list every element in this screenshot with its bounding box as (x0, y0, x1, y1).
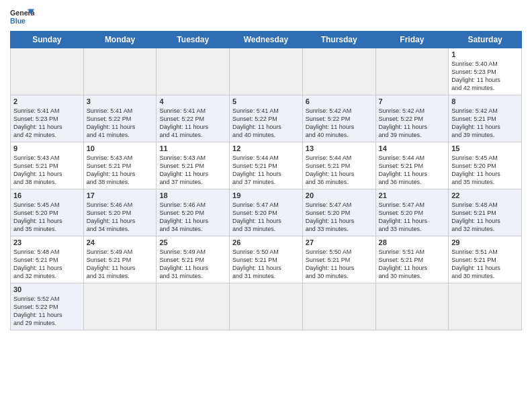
day-number: 9 (13, 144, 81, 152)
day-info: Sunrise: 5:51 AM Sunset: 5:21 PM Dayligh… (451, 248, 519, 281)
day-number: 10 (87, 144, 154, 152)
day-number: 16 (13, 191, 81, 199)
day-number: 18 (159, 191, 226, 199)
calendar-week-row: 9Sunrise: 5:43 AM Sunset: 5:21 PM Daylig… (11, 142, 522, 189)
calendar-cell: 3Sunrise: 5:41 AM Sunset: 5:22 PM Daylig… (83, 95, 157, 142)
day-number: 21 (379, 191, 446, 199)
calendar-cell: 26Sunrise: 5:50 AM Sunset: 5:21 PM Dayli… (230, 236, 303, 283)
calendar-cell (375, 48, 449, 95)
calendar-cell: 20Sunrise: 5:47 AM Sunset: 5:20 PM Dayli… (302, 189, 375, 236)
day-info: Sunrise: 5:46 AM Sunset: 5:20 PM Dayligh… (87, 201, 154, 234)
calendar-cell: 19Sunrise: 5:47 AM Sunset: 5:20 PM Dayli… (230, 189, 303, 236)
day-number: 23 (13, 238, 81, 246)
calendar-cell: 14Sunrise: 5:44 AM Sunset: 5:21 PM Dayli… (375, 142, 449, 189)
day-number: 2 (13, 97, 81, 105)
calendar-header-tuesday: Tuesday (157, 32, 230, 48)
day-info: Sunrise: 5:41 AM Sunset: 5:22 PM Dayligh… (159, 107, 226, 140)
calendar-cell: 2Sunrise: 5:41 AM Sunset: 5:23 PM Daylig… (11, 95, 84, 142)
calendar-cell: 5Sunrise: 5:41 AM Sunset: 5:22 PM Daylig… (230, 95, 303, 142)
calendar-cell (157, 283, 230, 330)
day-info: Sunrise: 5:43 AM Sunset: 5:21 PM Dayligh… (159, 154, 226, 187)
calendar-week-row: 1Sunrise: 5:40 AM Sunset: 5:23 PM Daylig… (11, 48, 522, 95)
day-info: Sunrise: 5:45 AM Sunset: 5:20 PM Dayligh… (13, 201, 81, 234)
calendar-cell: 13Sunrise: 5:44 AM Sunset: 5:21 PM Dayli… (302, 142, 375, 189)
calendar-cell: 17Sunrise: 5:46 AM Sunset: 5:20 PM Dayli… (83, 189, 157, 236)
day-info: Sunrise: 5:44 AM Sunset: 5:21 PM Dayligh… (379, 154, 446, 187)
day-info: Sunrise: 5:42 AM Sunset: 5:21 PM Dayligh… (451, 107, 519, 140)
calendar-cell: 16Sunrise: 5:45 AM Sunset: 5:20 PM Dayli… (11, 189, 84, 236)
day-number: 19 (232, 191, 300, 199)
logo: General Blue (10, 7, 34, 27)
day-number: 7 (379, 97, 446, 105)
day-number: 28 (379, 238, 446, 246)
day-number: 29 (451, 238, 519, 246)
calendar-cell: 21Sunrise: 5:47 AM Sunset: 5:20 PM Dayli… (375, 189, 449, 236)
calendar-cell: 24Sunrise: 5:49 AM Sunset: 5:21 PM Dayli… (83, 236, 157, 283)
day-number: 14 (379, 144, 446, 152)
day-info: Sunrise: 5:49 AM Sunset: 5:21 PM Dayligh… (159, 248, 226, 281)
day-info: Sunrise: 5:46 AM Sunset: 5:20 PM Dayligh… (159, 201, 226, 234)
calendar-cell: 12Sunrise: 5:44 AM Sunset: 5:21 PM Dayli… (230, 142, 303, 189)
svg-text:Blue: Blue (10, 17, 26, 25)
calendar-table: SundayMondayTuesdayWednesdayThursdayFrid… (10, 31, 522, 330)
calendar-cell (302, 48, 375, 95)
day-number: 5 (232, 97, 300, 105)
calendar-cell: 8Sunrise: 5:42 AM Sunset: 5:21 PM Daylig… (449, 95, 522, 142)
calendar-cell (375, 283, 449, 330)
calendar-header-wednesday: Wednesday (230, 32, 303, 48)
day-info: Sunrise: 5:43 AM Sunset: 5:21 PM Dayligh… (87, 154, 154, 187)
generalblue-logo-icon: General Blue (10, 7, 34, 27)
calendar-cell: 30Sunrise: 5:52 AM Sunset: 5:22 PM Dayli… (11, 283, 84, 330)
calendar-cell: 27Sunrise: 5:50 AM Sunset: 5:21 PM Dayli… (302, 236, 375, 283)
day-info: Sunrise: 5:47 AM Sunset: 5:20 PM Dayligh… (232, 201, 300, 234)
day-number: 17 (87, 191, 154, 199)
day-info: Sunrise: 5:48 AM Sunset: 5:21 PM Dayligh… (451, 201, 519, 234)
day-info: Sunrise: 5:48 AM Sunset: 5:21 PM Dayligh… (13, 248, 81, 281)
calendar-cell: 18Sunrise: 5:46 AM Sunset: 5:20 PM Dayli… (157, 189, 230, 236)
calendar-header-friday: Friday (375, 32, 449, 48)
calendar-cell: 6Sunrise: 5:42 AM Sunset: 5:22 PM Daylig… (302, 95, 375, 142)
calendar-cell (230, 283, 303, 330)
calendar-header-row: SundayMondayTuesdayWednesdayThursdayFrid… (11, 32, 522, 48)
day-info: Sunrise: 5:41 AM Sunset: 5:22 PM Dayligh… (232, 107, 300, 140)
calendar-header-monday: Monday (83, 32, 157, 48)
calendar-cell (11, 48, 84, 95)
day-number: 1 (451, 50, 519, 58)
calendar-cell: 4Sunrise: 5:41 AM Sunset: 5:22 PM Daylig… (157, 95, 230, 142)
day-info: Sunrise: 5:41 AM Sunset: 5:22 PM Dayligh… (87, 107, 154, 140)
day-number: 25 (159, 238, 226, 246)
day-number: 27 (306, 238, 373, 246)
calendar-week-row: 16Sunrise: 5:45 AM Sunset: 5:20 PM Dayli… (11, 189, 522, 236)
calendar-cell: 9Sunrise: 5:43 AM Sunset: 5:21 PM Daylig… (11, 142, 84, 189)
day-number: 24 (87, 238, 154, 246)
calendar-week-row: 30Sunrise: 5:52 AM Sunset: 5:22 PM Dayli… (11, 283, 522, 330)
calendar-week-row: 2Sunrise: 5:41 AM Sunset: 5:23 PM Daylig… (11, 95, 522, 142)
day-info: Sunrise: 5:50 AM Sunset: 5:21 PM Dayligh… (306, 248, 373, 281)
day-number: 15 (451, 144, 519, 152)
calendar-cell: 23Sunrise: 5:48 AM Sunset: 5:21 PM Dayli… (11, 236, 84, 283)
calendar-header-saturday: Saturday (449, 32, 522, 48)
calendar-cell: 15Sunrise: 5:45 AM Sunset: 5:20 PM Dayli… (449, 142, 522, 189)
day-number: 13 (306, 144, 373, 152)
day-number: 26 (232, 238, 300, 246)
calendar-cell (157, 48, 230, 95)
calendar-cell: 28Sunrise: 5:51 AM Sunset: 5:21 PM Dayli… (375, 236, 449, 283)
day-info: Sunrise: 5:42 AM Sunset: 5:22 PM Dayligh… (306, 107, 373, 140)
day-info: Sunrise: 5:49 AM Sunset: 5:21 PM Dayligh… (87, 248, 154, 281)
day-info: Sunrise: 5:52 AM Sunset: 5:22 PM Dayligh… (13, 295, 81, 328)
day-number: 30 (13, 285, 81, 293)
calendar-cell (83, 48, 157, 95)
day-info: Sunrise: 5:42 AM Sunset: 5:22 PM Dayligh… (379, 107, 446, 140)
calendar-cell: 22Sunrise: 5:48 AM Sunset: 5:21 PM Dayli… (449, 189, 522, 236)
calendar-cell: 11Sunrise: 5:43 AM Sunset: 5:21 PM Dayli… (157, 142, 230, 189)
calendar-header-thursday: Thursday (302, 32, 375, 48)
day-info: Sunrise: 5:44 AM Sunset: 5:21 PM Dayligh… (232, 154, 300, 187)
day-info: Sunrise: 5:40 AM Sunset: 5:23 PM Dayligh… (451, 60, 519, 93)
calendar-cell (449, 283, 522, 330)
calendar-cell: 10Sunrise: 5:43 AM Sunset: 5:21 PM Dayli… (83, 142, 157, 189)
calendar-cell (230, 48, 303, 95)
calendar-header-sunday: Sunday (11, 32, 84, 48)
page: General Blue SundayMondayTuesdayWednesda… (0, 0, 532, 411)
day-number: 11 (159, 144, 226, 152)
day-number: 6 (306, 97, 373, 105)
